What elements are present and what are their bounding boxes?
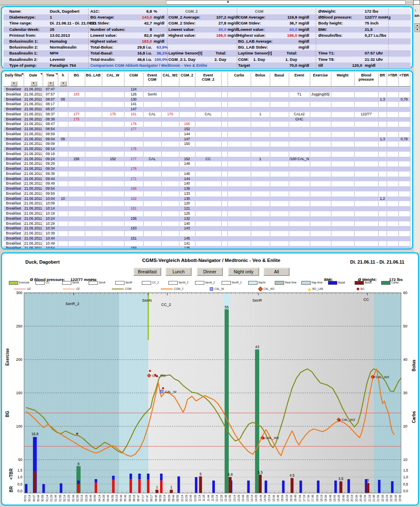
basal-rate-bar xyxy=(378,480,380,493)
info-value: 16,8 i.u. xyxy=(114,51,152,55)
x-tick-label: 18:04 xyxy=(316,495,319,502)
x-tick-label: 12:44 xyxy=(224,495,227,502)
table-row[interactable]: Breakfast21.06.201108:47176165 xyxy=(3,122,411,127)
table-row[interactable]: Breakfast21.06.201110:04101621301,2 xyxy=(3,196,411,202)
table-row[interactable]: Breakfast21.06.201109:29149 xyxy=(3,161,411,166)
column-header-Blood: Bloodpressure xyxy=(354,74,378,82)
table-cell: 165 xyxy=(179,122,195,127)
table-row[interactable]: Breakfast21.06.201108:17141 xyxy=(3,102,411,107)
table-row[interactable]: Breakfast21.06.201109:09150 xyxy=(3,142,411,147)
table-row[interactable]: Breakfast21.06.201108:54177152 xyxy=(3,127,411,132)
table-row[interactable]: Breakfast21.06.201108:38175GHC xyxy=(3,117,411,122)
x-tick-label: 02:29 xyxy=(67,495,70,502)
br-left-tick: 0,5 xyxy=(17,482,22,486)
table-cell: CAL xyxy=(195,112,221,117)
legend-swatch-icon xyxy=(9,281,18,285)
legend-item-senn: SenN xyxy=(62,281,79,285)
table-cell: 1,3 xyxy=(378,97,387,102)
filter-button-night-only[interactable]: Night only xyxy=(228,267,259,276)
column-header-CGM_2: CGM_2 xyxy=(179,74,195,78)
table-cell: 21.06.2011 xyxy=(24,236,43,241)
table-cell: Breakfast xyxy=(3,132,24,137)
basal-rate-bar xyxy=(300,480,302,493)
info-label: CGM Stdev: xyxy=(238,21,261,25)
table-row[interactable]: Breakfast21.06.201110:54150135 xyxy=(3,246,411,250)
basal-rate-bar xyxy=(195,477,198,493)
info-value: 25 xyxy=(50,27,54,32)
table-row[interactable]: Breakfast21.06.201110:34153143 xyxy=(3,226,411,231)
window-control-box[interactable] xyxy=(413,0,420,5)
table-row[interactable]: Breakfast21.06.201109:19 xyxy=(3,152,411,157)
br-left-tick: 1,5 xyxy=(17,468,22,472)
table-row[interactable]: Breakfast21.06.201108:37177175161CAL175C… xyxy=(3,112,411,117)
table-cell: 21.06.2011 xyxy=(24,196,43,202)
event-label: SenR_2 xyxy=(65,302,79,306)
table-row[interactable]: Breakfast21.06.201109:24156152177CAL152C… xyxy=(3,157,411,162)
filter-button-breakfast[interactable]: Breakfast xyxy=(133,267,161,276)
table-cell: 177 xyxy=(68,112,85,117)
table-row[interactable]: Breakfast21.06.201108:27147 xyxy=(3,107,411,112)
table-row[interactable]: Breakfast21.06.201107:57183126SenNT1Jogg… xyxy=(3,92,411,97)
bolus-label: 1 xyxy=(156,485,158,489)
table-cell: 10:49 xyxy=(43,241,58,246)
table-cell: Breakfast xyxy=(3,216,24,221)
table-cell: 21.06.2011 xyxy=(24,127,43,132)
table-row[interactable]: Breakfast21.06.201109:14176 xyxy=(3,147,411,152)
x-tick-label: 17:49 xyxy=(311,495,314,502)
info-row: Basalinsulin 1:NPHTotal-Basal:16,8 i.u.3… xyxy=(3,50,411,56)
table-cell: 21.06.2011 xyxy=(24,92,43,97)
scroll-up-icon[interactable]: ▲ xyxy=(226,0,230,3)
table-row[interactable]: Breakfast21.06.201110:19125 xyxy=(3,211,411,216)
spinner-down-button[interactable]: ▼ xyxy=(415,27,420,32)
filter-dropdown-button[interactable]: ▼ xyxy=(47,81,54,86)
filter-button-lunch[interactable]: Lunch xyxy=(165,267,192,276)
x-tick-label: 23:58 xyxy=(398,495,401,502)
x-tick-label: 05:34 xyxy=(119,495,122,502)
table-row[interactable]: Breakfast21.06.201107:47124 xyxy=(3,87,411,92)
table-row[interactable]: Breakfast21.06.201110:29140 xyxy=(3,221,411,226)
table-cell: Breakfast xyxy=(3,172,24,177)
filter-dropdown-button[interactable]: ▼ xyxy=(30,81,37,86)
x-tick-label: 09:14 xyxy=(163,495,166,502)
info-value: 75 inch xyxy=(365,21,379,25)
table-cell: Breakfast xyxy=(3,221,24,226)
table-cell: Breakfast xyxy=(3,102,24,107)
br-rail-label: BR xyxy=(415,14,420,18)
top-scrollbar-track[interactable] xyxy=(166,0,406,5)
table-cell: 21.06.2011 xyxy=(24,87,43,92)
table-row[interactable]: Breakfast21.06.201110:44151145 xyxy=(3,236,411,241)
table-row[interactable]: Breakfast21.06.201109:59133 xyxy=(3,191,411,196)
table-row[interactable]: Breakfast21.06.201110:24156132 xyxy=(3,216,411,221)
table-row[interactable]: Breakfast21.06.201110:09120 xyxy=(3,201,411,206)
table-cell: Breakfast xyxy=(3,191,24,196)
bolus-label: 3 xyxy=(367,478,369,482)
table-row[interactable]: Breakfast21.06.201109:54168136 xyxy=(3,186,411,191)
table-row[interactable]: Breakfast21.06.201109:44171144 xyxy=(3,177,411,182)
filter-button-dinner[interactable]: Dinner xyxy=(197,267,223,276)
table-row[interactable]: Breakfast21.06.201110:49141 xyxy=(3,241,411,246)
table-row[interactable]: Breakfast21.06.201109:49140 xyxy=(3,181,411,186)
basal-rate-bar xyxy=(25,484,27,493)
basal-rate-bar xyxy=(138,474,141,479)
table-row[interactable]: Breakfast21.06.201110:14161121 xyxy=(3,206,411,211)
table-row[interactable]: Breakfast21.06.201108:59144 xyxy=(3,132,411,137)
table-cell: 21.06.2011 xyxy=(24,122,43,127)
table-cell: Breakfast xyxy=(3,201,24,206)
filter-dropdown-button[interactable]: ▼ xyxy=(11,81,17,86)
carbs-label: 8 xyxy=(78,462,80,466)
filter-button-all[interactable]: All xyxy=(263,267,290,276)
filter-dropdown-button[interactable]: ▼ xyxy=(60,81,67,86)
axis-label-bg: BG xyxy=(5,411,10,417)
table-cell: 121 xyxy=(179,206,195,211)
column-header->TBR: >TBR xyxy=(387,74,398,78)
scroll-up-arrow-icon[interactable]: ↑ xyxy=(415,8,417,13)
table-cell: Breakfast xyxy=(3,241,24,246)
table-row[interactable]: Breakfast21.06.201108:07081301,30,78 xyxy=(3,97,411,102)
legend-item-basal: Basal xyxy=(328,281,345,285)
table-row[interactable]: Breakfast21.06.201109:39146 xyxy=(3,172,411,177)
table-row[interactable]: Breakfast21.06.201109:34176 xyxy=(3,166,411,172)
table-row[interactable]: Breakfast21.06.201109:04091471,30,78 xyxy=(3,137,411,142)
info-value: 122/77 mmHg xyxy=(365,15,390,19)
table-row[interactable]: Breakfast21.06.201110:39 xyxy=(3,231,411,236)
table-cell: 21.06.2011 xyxy=(24,152,43,157)
